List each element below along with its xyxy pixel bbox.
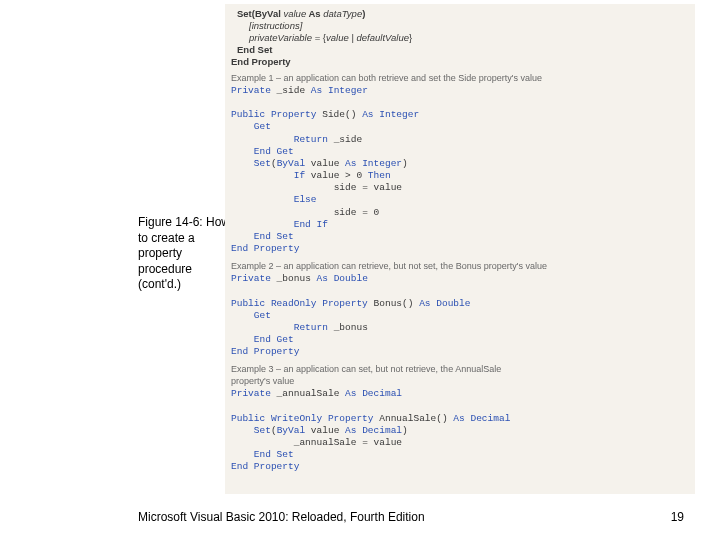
example3-heading-b: property's value: [231, 376, 689, 386]
syntax-datatype: dataType: [323, 8, 362, 19]
syntax-end-set: End Set: [237, 44, 272, 55]
syntax-close-brace: }: [409, 32, 412, 43]
example1-heading: Example 1 – an application can both retr…: [231, 73, 689, 83]
code-panel: Set(ByVal value As dataType) [instructio…: [225, 4, 695, 494]
syntax-close-paren: ): [362, 8, 365, 19]
syntax-instructions: [instructions]: [249, 20, 302, 31]
page-number: 19: [671, 510, 684, 524]
example1-code: Private _side As Integer Public Property…: [231, 85, 689, 255]
syntax-set-kw: Set(ByVal: [237, 8, 283, 19]
figure-caption: Figure 14-6: How to create a property pr…: [138, 215, 238, 293]
syntax-default: defaultValue: [357, 32, 409, 43]
syntax-value: value: [326, 32, 349, 43]
syntax-pipe: |: [349, 32, 357, 43]
syntax-as-kw: As: [306, 8, 323, 19]
syntax-block: Set(ByVal value As dataType) [instructio…: [231, 8, 689, 67]
syntax-eq-open: = {: [312, 32, 326, 43]
syntax-end-property: End Property: [231, 56, 291, 67]
example2-code: Private _bonus As Double Public ReadOnly…: [231, 273, 689, 358]
syntax-value-param: value: [283, 8, 306, 19]
example3-heading-a: Example 3 – an application can set, but …: [231, 364, 689, 374]
example2-heading: Example 2 – an application can retrieve,…: [231, 261, 689, 271]
syntax-private-var: privateVariable: [249, 32, 312, 43]
footer-citation: Microsoft Visual Basic 2010: Reloaded, F…: [138, 510, 425, 524]
example3-code: Private _annualSale As Decimal Public Wr…: [231, 388, 689, 473]
